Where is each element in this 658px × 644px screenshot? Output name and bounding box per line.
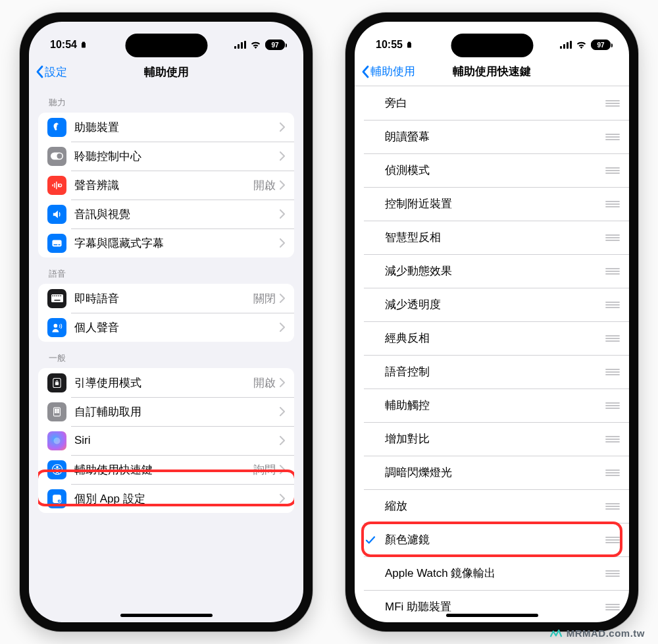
drag-handle-icon[interactable]: [605, 604, 620, 610]
shortcut-label: 智慧型反相: [385, 230, 605, 245]
row-live-speech[interactable]: 即時語音 關閉: [38, 284, 294, 313]
drag-handle-icon[interactable]: [605, 134, 620, 140]
row-personal-voice[interactable]: 個人聲音: [38, 313, 294, 342]
content-left: 聽力 助聽裝置 聆聽控制中心 聲音辨識 開啟: [29, 86, 303, 622]
svg-rect-39: [560, 46, 562, 49]
drag-handle-icon[interactable]: [605, 436, 620, 443]
row-assistive-access[interactable]: 自訂輔助取用: [38, 397, 294, 426]
section-header-speech: 語音: [29, 257, 303, 284]
row-guided-access[interactable]: 引導使用模式 開啟: [38, 368, 294, 397]
row-label: 聲音辨識: [74, 178, 253, 193]
shortcut-row[interactable]: 偵測模式: [355, 153, 629, 187]
shortcut-row[interactable]: 語音控制: [355, 355, 629, 389]
shortcut-row[interactable]: 經典反相: [355, 321, 629, 355]
svg-point-12: [59, 184, 61, 186]
row-label: 即時語音: [74, 291, 253, 306]
svg-point-23: [54, 323, 58, 327]
svg-rect-41: [567, 42, 569, 49]
alarm-icon: [80, 41, 88, 49]
row-accessibility-shortcut[interactable]: 輔助使用快速鍵 詢問: [38, 455, 294, 484]
shortcut-row[interactable]: 縮放: [355, 489, 629, 523]
svg-rect-20: [58, 296, 59, 297]
row-label: 自訂輔助取用: [74, 404, 280, 419]
svg-rect-40: [563, 44, 565, 49]
shortcut-label: Apple Watch 鏡像輸出: [385, 566, 605, 581]
svg-rect-38: [407, 43, 411, 48]
drag-handle-icon[interactable]: [605, 302, 620, 308]
shortcut-list[interactable]: 旁白朗讀螢幕偵測模式控制附近裝置智慧型反相減少動態效果減少透明度經典反相語音控制…: [355, 86, 629, 622]
shortcut-row[interactable]: 增加對比: [355, 422, 629, 456]
row-subtitles[interactable]: 字幕與隱藏式字幕: [38, 228, 294, 257]
shortcut-label: 朗讀螢幕: [385, 129, 605, 144]
person-voice-icon: [47, 318, 66, 337]
nav-bar: 輔助使用 輔助使用快速鍵: [355, 57, 629, 86]
drag-handle-icon[interactable]: [605, 167, 620, 174]
row-label: 個別 App 設定: [74, 491, 280, 506]
row-value: 開啟: [253, 375, 276, 390]
shortcut-row[interactable]: 控制附近裝置: [355, 187, 629, 221]
svg-rect-27: [55, 409, 57, 410]
shortcut-row[interactable]: 朗讀螢幕: [355, 120, 629, 153]
status-time: 10:55: [376, 39, 403, 51]
shortcut-row[interactable]: 減少動態效果: [355, 254, 629, 288]
svg-rect-5: [244, 41, 246, 49]
battery-icon: 97: [265, 40, 285, 50]
captions-icon: [47, 234, 66, 253]
drag-handle-icon[interactable]: [605, 234, 620, 241]
row-label: 輔助使用快速鍵: [74, 462, 253, 477]
signal-icon: [560, 41, 572, 49]
svg-point-36: [59, 500, 60, 501]
svg-rect-14: [54, 244, 58, 244]
toggle-icon: [47, 147, 66, 166]
row-listen-control[interactable]: 聆聽控制中心: [38, 142, 294, 171]
ear-icon: [47, 118, 66, 137]
row-label: 音訊與視覺: [74, 207, 280, 222]
wifi-icon: [576, 41, 587, 49]
app-settings-icon: [47, 489, 66, 508]
row-sound-recognition[interactable]: 聲音辨識 開啟: [38, 171, 294, 200]
shortcut-label: 經典反相: [385, 331, 605, 346]
phone-left: 10:54 97 設定 輔助使用: [20, 13, 313, 631]
drag-handle-icon[interactable]: [605, 570, 620, 577]
drag-handle-icon[interactable]: [605, 100, 620, 107]
svg-rect-25: [55, 382, 58, 385]
chevron-right-icon: [280, 180, 285, 190]
shortcut-row[interactable]: 顏色濾鏡: [355, 523, 629, 556]
drag-handle-icon[interactable]: [605, 402, 620, 409]
back-button[interactable]: 輔助使用: [361, 64, 415, 79]
chevron-right-icon: [280, 436, 285, 445]
speaker-icon: [47, 205, 66, 224]
back-button[interactable]: 設定: [36, 65, 67, 80]
group-hearing: 助聽裝置 聆聽控制中心 聲音辨識 開啟 音訊與視覺: [38, 113, 294, 257]
row-hearing-devices[interactable]: 助聽裝置: [38, 113, 294, 142]
svg-point-33: [56, 466, 57, 468]
shortcut-label: 增加對比: [385, 431, 605, 446]
drag-handle-icon[interactable]: [605, 268, 620, 275]
drag-handle-icon[interactable]: [605, 503, 620, 510]
row-siri[interactable]: Siri: [38, 426, 294, 455]
shortcut-row[interactable]: 減少透明度: [355, 288, 629, 321]
dynamic-island: [125, 34, 207, 57]
lock-app-icon: [47, 373, 66, 392]
shortcut-row[interactable]: 調暗閃爍燈光: [355, 456, 629, 489]
drag-handle-icon[interactable]: [605, 470, 620, 476]
svg-rect-21: [60, 296, 61, 297]
row-per-app-settings[interactable]: 個別 App 設定: [38, 484, 294, 513]
row-audio-visual[interactable]: 音訊與視覺: [38, 200, 294, 228]
shortcut-row[interactable]: 輔助觸控: [355, 389, 629, 422]
svg-point-7: [57, 153, 63, 159]
chevron-right-icon: [280, 407, 285, 416]
shortcut-row[interactable]: 智慧型反相: [355, 221, 629, 254]
drag-handle-icon[interactable]: [605, 201, 620, 207]
shortcut-row[interactable]: MFi 助聽裝置: [355, 590, 629, 622]
svg-rect-18: [54, 296, 55, 297]
grid-icon: [47, 402, 66, 421]
chevron-right-icon: [280, 494, 285, 503]
shortcut-row[interactable]: Apple Watch 鏡像輸出: [355, 556, 629, 590]
shortcut-row[interactable]: 旁白: [355, 86, 629, 120]
signal-icon: [234, 41, 246, 49]
drag-handle-icon[interactable]: [605, 369, 620, 375]
drag-handle-icon[interactable]: [605, 335, 620, 342]
battery-icon: 97: [591, 40, 611, 50]
drag-handle-icon[interactable]: [605, 537, 620, 543]
